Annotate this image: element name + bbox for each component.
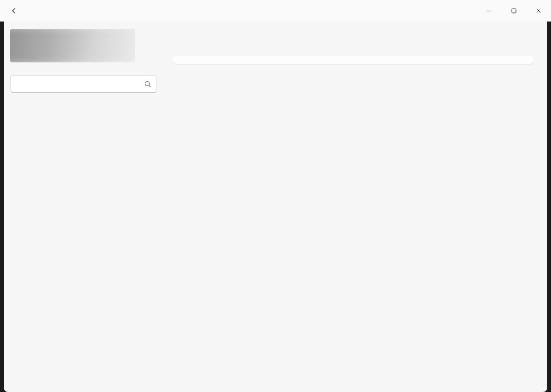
profile-blur (10, 29, 135, 62)
breadcrumb (173, 29, 533, 53)
maximize-button[interactable] (501, 0, 526, 22)
settings-window (0, 0, 551, 392)
close-button[interactable] (526, 0, 551, 22)
window-controls (477, 0, 551, 22)
minimize-button[interactable] (477, 0, 501, 22)
back-arrow-icon (10, 7, 18, 15)
maximize-icon (510, 7, 518, 15)
search-box[interactable] (10, 75, 157, 92)
app-body (4, 22, 547, 392)
search-icon (144, 80, 152, 88)
card-partial-top (173, 56, 533, 65)
titlebar (0, 0, 551, 22)
close-icon (535, 7, 542, 15)
minimize-icon (485, 7, 493, 15)
user-profile-blurred[interactable] (10, 29, 135, 62)
sidebar (4, 22, 165, 392)
search-input[interactable] (17, 80, 144, 89)
back-button[interactable] (5, 3, 23, 19)
content-pane (165, 22, 547, 392)
